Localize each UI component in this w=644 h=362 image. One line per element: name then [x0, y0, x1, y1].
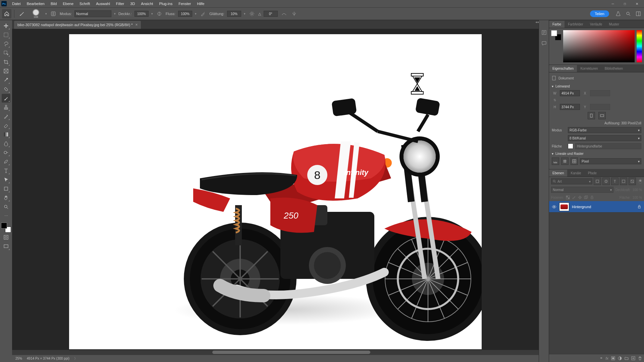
group-icon[interactable]: [625, 356, 629, 360]
window-minimize[interactable]: ─: [607, 1, 619, 6]
zoom-level[interactable]: 25%: [15, 357, 22, 360]
status-caret[interactable]: 〉: [74, 356, 77, 361]
tab-patterns[interactable]: Muster: [605, 21, 623, 28]
mask-icon[interactable]: [611, 356, 615, 360]
horizontal-scrollbar[interactable]: [12, 350, 539, 355]
beaker-icon[interactable]: [614, 10, 622, 17]
home-button[interactable]: [2, 9, 11, 18]
layer-blendmode[interactable]: Normal▾: [551, 187, 613, 193]
tab-channels[interactable]: Kanäle: [567, 170, 584, 177]
hue-slider[interactable]: [637, 30, 642, 62]
width-input[interactable]: [560, 90, 580, 96]
lock-all-icon[interactable]: [590, 195, 594, 199]
gradient-tool[interactable]: [2, 130, 10, 139]
menu-view[interactable]: Ansicht: [138, 1, 156, 6]
lock-paint-icon[interactable]: [572, 195, 576, 199]
tab-layers[interactable]: Ebenen: [549, 170, 567, 177]
search-icon[interactable]: [625, 10, 632, 17]
pressure-size-icon[interactable]: [280, 10, 288, 17]
tab-properties[interactable]: Eigenschaften: [549, 65, 577, 72]
brush-preset-picker[interactable]: 188: [29, 9, 43, 19]
menu-layer[interactable]: Ebene: [60, 1, 76, 6]
filter-smart-icon[interactable]: [629, 178, 636, 185]
units-select[interactable]: Pixel▾: [580, 158, 641, 164]
hand-tool[interactable]: [2, 193, 10, 202]
lock-move-icon[interactable]: [578, 195, 582, 199]
blur-tool[interactable]: [2, 139, 10, 148]
layer-fill-value[interactable]: 100 %: [633, 196, 642, 199]
menu-type[interactable]: Schrift: [77, 1, 93, 6]
menu-plugins[interactable]: Plug-ins: [156, 1, 175, 6]
share-button[interactable]: Teilen: [590, 10, 609, 17]
tab-adjustments[interactable]: Korrekturen: [577, 65, 601, 72]
height-input[interactable]: [560, 104, 580, 110]
menu-image[interactable]: Bild: [48, 1, 59, 6]
brush-settings-icon[interactable]: [50, 10, 57, 17]
filter-type-icon[interactable]: T: [611, 178, 619, 185]
menu-window[interactable]: Fenster: [176, 1, 194, 6]
dock-icon-comments[interactable]: [540, 40, 548, 47]
lock-icon[interactable]: [637, 205, 641, 209]
quickmask-toggle[interactable]: [2, 233, 10, 242]
object-select-tool[interactable]: [2, 49, 10, 57]
blend-mode-select[interactable]: Normal: [74, 10, 111, 17]
layer-thumbnail[interactable]: [559, 202, 569, 211]
layer-name[interactable]: Hintergrund: [572, 205, 591, 209]
close-tab-icon[interactable]: ×: [135, 22, 138, 27]
type-tool[interactable]: [2, 166, 10, 175]
fx-icon[interactable]: fx: [605, 356, 608, 360]
layer-opacity-value[interactable]: 100 %: [633, 188, 642, 192]
angle-input[interactable]: [264, 11, 278, 17]
link-wh-icon[interactable]: ⇅: [552, 98, 558, 102]
filter-toggle[interactable]: [639, 179, 642, 184]
new-layer-icon[interactable]: [631, 356, 635, 360]
workspace-icon[interactable]: [635, 10, 642, 17]
eraser-tool[interactable]: [2, 121, 10, 130]
collapse-panels-icon[interactable]: ◂◂: [535, 20, 539, 24]
edit-toolbar[interactable]: ⋯: [2, 212, 10, 220]
stamp-tool[interactable]: [2, 103, 10, 112]
fill-swatch[interactable]: [568, 143, 573, 149]
zoom-tool[interactable]: [2, 202, 10, 211]
crop-tool[interactable]: [2, 58, 10, 66]
link-layers-icon[interactable]: ⚭: [600, 356, 603, 360]
lock-trans-icon[interactable]: [566, 195, 570, 199]
guides-toggle[interactable]: [571, 158, 578, 165]
color-fg-bg-swatch[interactable]: [551, 30, 561, 40]
menu-help[interactable]: Hilfe: [194, 1, 207, 6]
move-tool[interactable]: [2, 21, 10, 30]
menu-select[interactable]: Auswahl: [93, 1, 113, 6]
filter-pixel-icon[interactable]: [594, 178, 601, 185]
tab-libraries[interactable]: Bibliotheken: [601, 65, 626, 72]
tab-color[interactable]: Farbe: [549, 21, 565, 28]
menu-edit[interactable]: Bearbeiten: [24, 1, 47, 6]
marquee-tool[interactable]: [2, 31, 10, 39]
airbrush-icon[interactable]: [199, 10, 207, 17]
menu-filter[interactable]: Filter: [113, 1, 127, 6]
lock-nest-icon[interactable]: [584, 195, 588, 199]
dodge-tool[interactable]: [2, 148, 10, 157]
menu-3d[interactable]: 3D: [127, 1, 138, 6]
visibility-toggle[interactable]: [552, 204, 556, 209]
chevron-down-icon[interactable]: ▾: [552, 152, 553, 156]
y-input[interactable]: [590, 104, 610, 110]
flow-input[interactable]: [178, 11, 192, 17]
rulers-toggle[interactable]: [552, 158, 559, 165]
tab-gradients[interactable]: Verläufe: [587, 21, 606, 28]
foreground-color-swatch[interactable]: [1, 223, 7, 229]
layer-row[interactable]: Hintergrund: [549, 201, 644, 213]
chevron-down-icon[interactable]: ▾: [552, 84, 553, 88]
fill-select[interactable]: Hintergrundfarbe: [575, 143, 641, 149]
window-maximize[interactable]: □: [619, 1, 631, 6]
bitdepth-select[interactable]: 8 Bit/Kanal▾: [568, 135, 641, 141]
pen-tool[interactable]: [2, 157, 10, 166]
history-brush-tool[interactable]: [2, 112, 10, 121]
orientation-portrait[interactable]: [588, 112, 595, 119]
heal-tool[interactable]: [2, 85, 10, 94]
layer-filter[interactable]: Art▾: [551, 178, 592, 184]
window-close[interactable]: ✕: [631, 1, 643, 6]
screenmode-toggle[interactable]: [2, 242, 10, 251]
colormode-select[interactable]: RGB-Farbe▾: [568, 127, 641, 133]
tab-swatches[interactable]: Farbfelder: [565, 21, 587, 28]
eyedropper-tool[interactable]: [2, 76, 10, 84]
